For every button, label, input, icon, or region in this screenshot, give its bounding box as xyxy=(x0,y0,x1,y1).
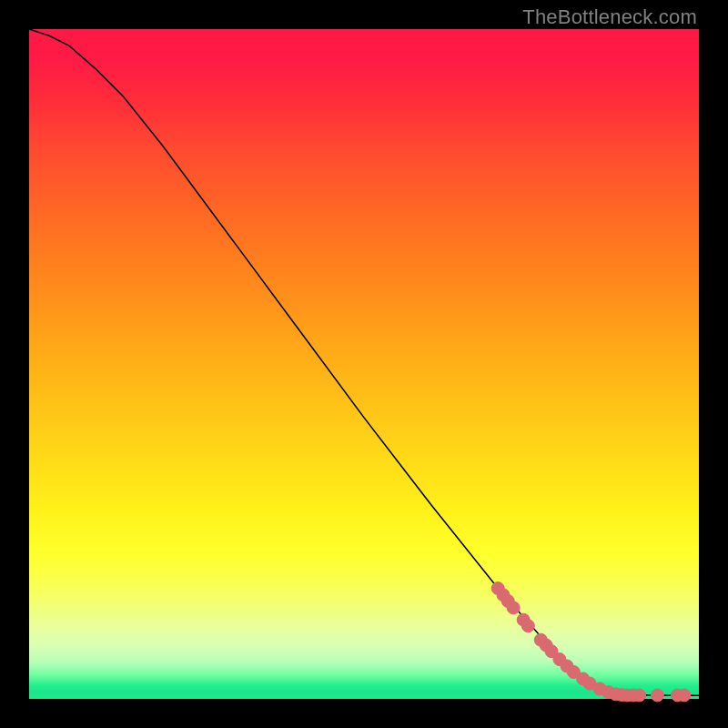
curve-line xyxy=(29,29,699,695)
chart-frame: TheBottleneck.com xyxy=(0,0,728,728)
data-marker xyxy=(521,620,534,632)
plot-area xyxy=(29,29,699,699)
data-marker xyxy=(651,689,663,702)
data-marker xyxy=(633,689,646,702)
data-marker xyxy=(507,602,520,614)
curve-markers xyxy=(491,582,691,702)
watermark-text: TheBottleneck.com xyxy=(522,5,697,29)
curve-svg xyxy=(29,29,699,699)
data-marker xyxy=(678,689,691,702)
